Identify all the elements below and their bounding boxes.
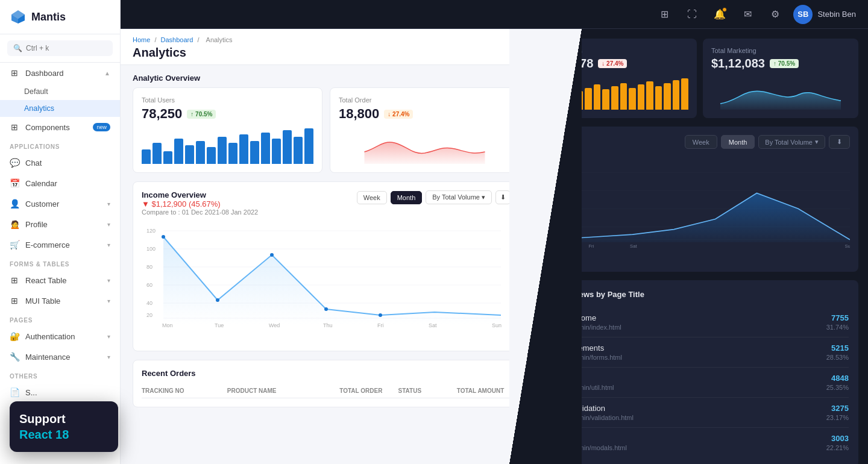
pv-count-form-validation: 3275 xyxy=(831,404,849,413)
bar-users xyxy=(174,139,183,164)
stat-value-row-orders: 18,800 ↓ 27.4% xyxy=(339,106,511,122)
nav-sub-analytics[interactable]: Analytics xyxy=(0,100,120,117)
settings-icon[interactable]: ⚙ xyxy=(766,5,785,24)
download-btn[interactable]: ⬇ xyxy=(495,190,511,204)
react-table-icon: ⊞ xyxy=(10,275,19,285)
bar-users xyxy=(163,151,172,164)
dark-income-chart-svg: Fri Sat Sun xyxy=(550,155,850,257)
dark-stat-label-sales: Total Sales xyxy=(550,47,688,54)
sidebar-logo[interactable]: Mantis xyxy=(0,0,120,34)
pv-item-modals: Modals 3003 /demo/admin/modals.html 22.2… xyxy=(551,428,849,457)
bar-sales xyxy=(646,81,653,110)
svg-point-16 xyxy=(379,313,382,317)
section-analytic-overview: Analytic Overview xyxy=(121,65,532,87)
nav-label-react-table: React Table xyxy=(25,276,66,285)
svg-point-14 xyxy=(270,253,274,257)
user-avatar[interactable]: SB Stebin Ben xyxy=(793,5,856,24)
topbar: ⊞ ⛶ 🔔 ✉ ⚙ SB Stebin Ben xyxy=(121,0,868,29)
nav-item-chat[interactable]: 💬 Chat xyxy=(0,152,120,173)
breadcrumb-home[interactable]: Home xyxy=(133,36,150,43)
dark-stat-card-sales: Total Sales $35,078 ↓ 27.4% xyxy=(541,39,697,118)
dark-volume-dropdown[interactable]: By Total Volume ▾ xyxy=(758,135,825,149)
nav-item-customer[interactable]: 👤 Customer ▾ xyxy=(0,193,120,214)
maintenance-icon: 🔧 xyxy=(10,352,19,362)
pv-name-admin-home: Admin Home xyxy=(551,313,596,322)
bar-users xyxy=(294,137,303,165)
pv-count-utilities: 4848 xyxy=(831,374,849,383)
svg-text:Sat: Sat xyxy=(429,322,437,328)
income-header: Income Overview ▼ $1,12,900 (45.67%) Com… xyxy=(142,190,511,216)
nav-label-calendar: Calendar xyxy=(25,179,57,188)
pv-pct-form-elements: 28.53% xyxy=(826,354,849,361)
mini-chart-users xyxy=(142,128,313,164)
bar-sales xyxy=(664,83,671,110)
svg-text:Sun: Sun xyxy=(492,322,502,328)
bar-sales xyxy=(585,88,592,110)
dark-chart-area: Fri Sat Sun xyxy=(550,155,850,263)
month-btn[interactable]: Month xyxy=(391,191,423,204)
bar-sales xyxy=(655,86,662,110)
pv-pct-form-validation: 23.17% xyxy=(826,414,849,421)
ecommerce-icon: 🛒 xyxy=(10,240,19,249)
dark-income-section: Week Month By Total Volume ▾ ⬇ xyxy=(541,127,858,272)
area-chart-svg-orders xyxy=(339,128,511,164)
nav-item-maintenance[interactable]: 🔧 Maintenance ▾ xyxy=(0,346,120,367)
pv-pct-admin-home: 31.74% xyxy=(826,324,849,331)
mui-table-icon: ⊞ xyxy=(10,296,19,306)
dark-month-btn[interactable]: Month xyxy=(721,135,755,149)
auth-icon: 🔐 xyxy=(10,331,19,341)
nav-item-mui-table[interactable]: ⊞ MUI Table ▾ xyxy=(0,290,120,311)
search-input[interactable] xyxy=(26,44,107,52)
dark-mini-chart-sales xyxy=(550,77,688,110)
app-name: Mantis xyxy=(31,11,66,24)
nav-sub-default[interactable]: Default xyxy=(0,83,120,100)
fullscreen-icon[interactable]: ⛶ xyxy=(682,5,702,24)
support-popup[interactable]: Support React 18 xyxy=(10,401,118,452)
messages-icon[interactable]: ✉ xyxy=(738,5,757,24)
apps-icon[interactable]: ⊞ xyxy=(655,5,674,24)
bar-sales xyxy=(567,97,574,110)
income-compare: Compare to : 01 Dec 2021-08 Jan 2022 xyxy=(142,208,258,216)
pv-name-form-elements: Form Elements xyxy=(551,343,604,353)
page-views-section: Page Views by Page Title Admin Home 7755… xyxy=(541,280,858,464)
nav-item-react-table[interactable]: ⊞ React Table ▾ xyxy=(0,270,120,290)
col-status: Status xyxy=(398,387,452,394)
chevron-down-icon-mui-table: ▾ xyxy=(107,298,110,304)
sample-icon: 📄 xyxy=(10,387,19,397)
col-product: Product Name xyxy=(227,387,335,394)
svg-text:60: 60 xyxy=(146,282,153,288)
bar-users xyxy=(196,141,205,165)
nav-label-components: Components xyxy=(25,123,70,132)
pv-count-form-elements: 5215 xyxy=(831,343,849,353)
nav-item-authentication[interactable]: 🔐 Authentication ▾ xyxy=(0,326,120,346)
chevron-up-icon: ▲ xyxy=(104,70,110,77)
nav-item-ecommerce[interactable]: 🛒 E-commerce ▾ xyxy=(0,234,120,255)
dark-download-btn[interactable]: ⬇ xyxy=(829,135,850,149)
bar-sales xyxy=(673,80,680,110)
table-header: Tracking No Product Name Total Order Sta… xyxy=(142,384,511,398)
pv-count-admin-home: 7755 xyxy=(831,313,849,322)
notifications-icon[interactable]: 🔔 xyxy=(710,5,729,24)
stat-value-users: 78,250 xyxy=(142,106,182,122)
nav-item-sample[interactable]: 📄 S... xyxy=(0,382,120,403)
nav-item-dashboard[interactable]: ⊞ Dashboard ▲ xyxy=(0,63,120,83)
bar-users xyxy=(218,137,227,165)
volume-dropdown-btn[interactable]: By Total Volume ▾ xyxy=(426,190,492,204)
week-btn[interactable]: Week xyxy=(357,191,387,204)
income-chart-svg: 120 100 80 60 40 20 xyxy=(142,222,511,330)
stat-label-users: Total Users xyxy=(142,96,313,104)
orders-title: Recent Orders xyxy=(142,369,511,378)
dark-stat-label-marketing: Total Marketing xyxy=(711,47,850,54)
section-label-pages: Pages xyxy=(0,311,120,326)
bar-sales xyxy=(576,91,583,110)
mantis-logo-icon xyxy=(10,8,27,25)
bar-sales xyxy=(611,86,618,110)
nav-item-profile[interactable]: 🙍 Profile ▾ xyxy=(0,214,120,234)
breadcrumb-dashboard[interactable]: Dashboard xyxy=(161,36,193,43)
income-value: ▼ $1,12,900 (45.67%) xyxy=(142,199,258,208)
dark-week-btn[interactable]: Week xyxy=(685,135,717,149)
pv-path-utilities: /demo/admin/util.html xyxy=(551,384,614,391)
nav-item-calendar[interactable]: 📅 Calendar xyxy=(0,173,120,193)
nav-item-components[interactable]: ⊞ Components new xyxy=(0,117,120,137)
stat-value-row-users: 78,250 ↑ 70.5% xyxy=(142,106,313,122)
